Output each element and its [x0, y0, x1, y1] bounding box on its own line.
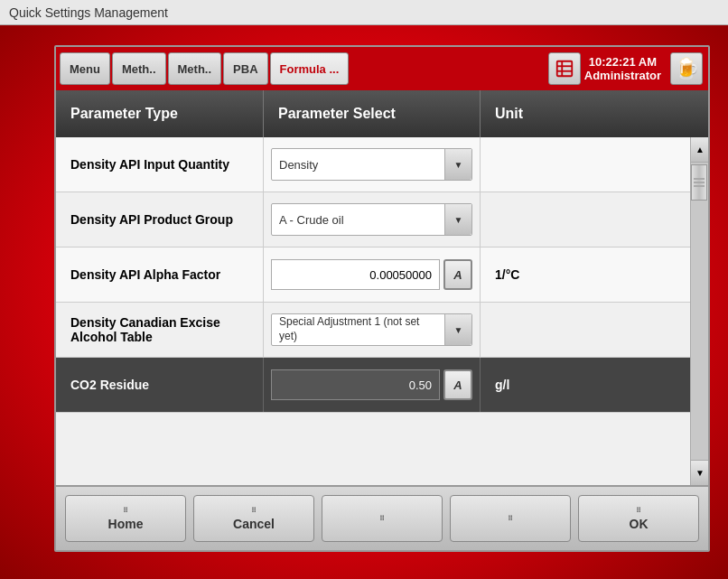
cell-select-3: 0.00050000 A: [264, 247, 481, 302]
table-header: Parameter Type Parameter Select Unit: [56, 90, 708, 137]
home-button[interactable]: ⠿ Home: [65, 495, 186, 542]
dropdown-2[interactable]: A - Crude oil ▼: [271, 203, 472, 236]
cell-select-1: Density ▼: [264, 137, 481, 191]
cell-type-4: Density Canadian Excise Alcohol Table: [56, 303, 264, 357]
cell-unit-3: 1/°C: [481, 258, 690, 291]
dropdown-value-1: Density: [272, 158, 444, 172]
dropdown-1[interactable]: Density ▼: [271, 148, 472, 181]
dropdown-value-2: A - Crude oil: [272, 213, 444, 227]
dropdown-arrow-1[interactable]: ▼: [444, 149, 471, 180]
time-display: 10:22:21 AM: [589, 55, 657, 69]
dropdown-value-4: Special Adjustment 1 (not set yet): [272, 315, 444, 343]
scroll-up-button[interactable]: ▲: [691, 137, 708, 163]
col-header-unit: Unit: [481, 90, 708, 137]
nav-meth2-button[interactable]: Meth..: [168, 52, 222, 85]
cell-type-1: Density API Input Quantity: [56, 137, 264, 191]
cell-select-5: 0.50 A: [264, 358, 481, 412]
numeric-row-3: 0.00050000 A: [271, 259, 472, 290]
cell-type-5: CO2 Residue: [56, 358, 264, 412]
nav-bar: Menu Meth.. Meth.. PBA Formula ... 10:22…: [56, 47, 708, 90]
nav-pba-button[interactable]: PBA: [223, 52, 267, 85]
table-row: CO2 Residue 0.50 A g/l: [56, 358, 690, 413]
scrollbar: ▲ ▼: [690, 137, 708, 485]
title-bar: Quick Settings Management: [0, 0, 728, 25]
clock-area: 10:22:21 AM Administrator: [584, 55, 661, 82]
scroll-down-button[interactable]: ▼: [691, 460, 708, 485]
col-header-type: Parameter Type: [56, 90, 264, 137]
scroll-grip: [694, 178, 705, 187]
table-row: Density API Alpha Factor 0.00050000 A: [56, 247, 690, 303]
nav-formula-button[interactable]: Formula ...: [270, 52, 350, 85]
dropdown-arrow-4[interactable]: ▼: [444, 314, 471, 345]
cancel-button[interactable]: ⠿ Cancel: [193, 495, 314, 542]
nav-bottle-icon[interactable]: 🍺: [670, 52, 703, 85]
cell-select-2: A - Crude oil ▼: [264, 192, 481, 247]
col-header-select: Parameter Select: [264, 90, 481, 137]
numeric-value-3[interactable]: 0.00050000: [271, 259, 440, 290]
a-button-5[interactable]: A: [443, 369, 472, 400]
cell-unit-4: [481, 321, 690, 339]
btn4[interactable]: ⠿: [450, 495, 571, 542]
title-text: Quick Settings Management: [9, 5, 168, 20]
table-row: Density Canadian Excise Alcohol Table Sp…: [56, 303, 690, 358]
table-row: Density API Product Group A - Crude oil …: [56, 192, 690, 247]
content-area: Parameter Type Parameter Select Unit Den…: [56, 90, 708, 485]
table-body: Density API Input Quantity Density ▼: [56, 137, 690, 485]
table-row: Density API Input Quantity Density ▼: [56, 137, 690, 192]
btn3[interactable]: ⠿: [322, 495, 443, 542]
a-button-3[interactable]: A: [443, 259, 472, 290]
nav-table-icon[interactable]: [548, 52, 581, 85]
nav-menu-button[interactable]: Menu: [60, 52, 110, 85]
scroll-track: [691, 163, 708, 460]
nav-meth1-button[interactable]: Meth..: [112, 52, 166, 85]
scroll-thumb[interactable]: [691, 164, 707, 201]
cell-select-4: Special Adjustment 1 (not set yet) ▼: [264, 303, 481, 357]
param-table: Parameter Type Parameter Select Unit Den…: [56, 90, 708, 485]
numeric-row-5: 0.50 A: [271, 369, 472, 400]
user-display: Administrator: [584, 69, 661, 82]
main-window: Menu Meth.. Meth.. PBA Formula ... 10:22…: [54, 45, 710, 552]
cell-unit-2: [481, 210, 690, 229]
ok-button[interactable]: ⠿ OK: [578, 495, 699, 542]
cell-unit-1: [481, 155, 690, 173]
dropdown-arrow-2[interactable]: ▼: [444, 204, 471, 235]
scroll-area: Density API Input Quantity Density ▼: [56, 137, 708, 485]
cell-type-3: Density API Alpha Factor: [56, 247, 264, 302]
svg-rect-0: [557, 61, 573, 77]
bottom-bar: ⠿ Home ⠿ Cancel ⠿ ⠿ ⠿ OK: [56, 485, 708, 550]
cell-type-2: Density API Product Group: [56, 192, 264, 247]
numeric-value-5[interactable]: 0.50: [271, 369, 440, 400]
dropdown-4[interactable]: Special Adjustment 1 (not set yet) ▼: [271, 313, 472, 346]
cell-unit-5: g/l: [481, 369, 690, 401]
